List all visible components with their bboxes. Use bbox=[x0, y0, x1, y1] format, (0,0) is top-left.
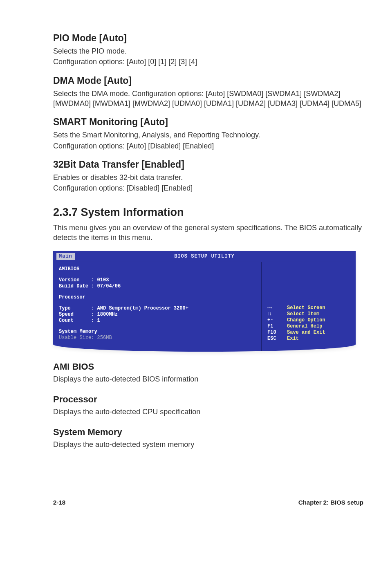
heading-smart-monitoring: SMART Monitoring [Auto] bbox=[53, 116, 363, 128]
bios-tab-main: Main bbox=[56, 253, 75, 260]
heading-32bit-transfer: 32Bit Data Transfer [Enabled] bbox=[53, 158, 363, 171]
text-sysinfo-line1: This menu gives you an overview of the g… bbox=[53, 223, 363, 243]
bios-help-key: +- bbox=[267, 317, 287, 323]
arrow-up-down-icon bbox=[267, 311, 271, 317]
heading-dma-mode: DMA Mode [Auto] bbox=[53, 74, 363, 87]
heading-system-information: 2.3.7 System Information bbox=[53, 205, 363, 220]
text-dma-line1: Selects the DMA mode. Configuration opti… bbox=[53, 89, 363, 109]
page-footer: 2-18 Chapter 2: BIOS setup bbox=[53, 495, 363, 507]
heading-ami-bios: AMI BIOS bbox=[53, 361, 363, 373]
bios-help-action: Exit bbox=[287, 336, 299, 342]
text-transfer-line1: Enables or disables 32-bit data transfer… bbox=[53, 173, 363, 182]
bios-right-panel: Select Screen Select Item +- Change Opti… bbox=[262, 262, 356, 352]
bios-sysmem-label: System Memory bbox=[59, 329, 255, 335]
footer-page-number: 2-18 bbox=[53, 498, 65, 507]
bios-help-action: Change Option bbox=[287, 317, 325, 323]
bios-help-key: F10 bbox=[267, 330, 287, 336]
bios-setup-utility-screenshot: Main BIOS SETUP UTILITY AMIBIOS Version … bbox=[53, 251, 356, 352]
bios-help-action: General Help bbox=[287, 323, 322, 330]
bios-builddate-row: Build Date : 07/04/06 bbox=[59, 283, 255, 290]
bios-count-row: Count : 1 bbox=[59, 318, 255, 324]
bios-help-action: Select Item bbox=[287, 311, 319, 317]
heading-processor: Processor bbox=[53, 393, 363, 406]
bios-header-bar: Main BIOS SETUP UTILITY bbox=[53, 251, 356, 262]
text-pio-line2: Configuration options: [Auto] [0] [1] [2… bbox=[53, 57, 363, 67]
bios-processor-label: Processor bbox=[59, 294, 255, 301]
text-processor-line1: Displays the auto-detected CPU specifica… bbox=[53, 407, 363, 417]
bios-help-action: Select Screen bbox=[287, 305, 325, 311]
arrow-left-right-icon bbox=[267, 305, 271, 311]
text-sysmem-line1: Displays the auto-detected system memory bbox=[53, 440, 363, 449]
bios-help-row: Select Screen bbox=[267, 305, 352, 311]
text-smart-line2: Configuration options: [Auto] [Disabled]… bbox=[53, 141, 363, 151]
text-amibios-line1: Displays the auto-detected BIOS informat… bbox=[53, 374, 363, 384]
bios-help-key bbox=[267, 311, 287, 317]
bios-speed-row: Speed : 1800MHz bbox=[59, 312, 255, 318]
bios-help-row: +- Change Option bbox=[267, 317, 352, 323]
bios-help-key: ESC bbox=[267, 336, 287, 342]
bios-help-row: F10 Save and Exit bbox=[267, 330, 352, 336]
bios-left-panel: AMIBIOS Version : 0103 Build Date : 07/0… bbox=[53, 262, 262, 352]
bios-help-action: Save and Exit bbox=[287, 330, 325, 336]
bios-help-legend: Select Screen Select Item +- Change Opti… bbox=[267, 305, 352, 342]
bios-type-row: Type : AMD Sempron(tm) Processor 3200+ bbox=[59, 305, 255, 312]
bios-help-row: F1 General Help bbox=[267, 323, 352, 330]
footer-chapter-title: Chapter 2: BIOS setup bbox=[298, 498, 363, 507]
bios-usable-row: Usable Size: 256MB bbox=[59, 335, 255, 341]
text-transfer-line2: Configuration options: [Disabled] [Enabl… bbox=[53, 183, 363, 193]
heading-system-memory: System Memory bbox=[53, 426, 363, 438]
bios-version-row: Version : 0103 bbox=[59, 277, 255, 283]
bios-help-row: ESC Exit bbox=[267, 336, 352, 342]
bios-help-key bbox=[267, 305, 287, 311]
bios-header-title: BIOS SETUP UTILITY bbox=[174, 254, 235, 259]
bios-help-key: F1 bbox=[267, 323, 287, 330]
heading-pio-mode: PIO Mode [Auto] bbox=[53, 32, 363, 45]
text-pio-line1: Selects the PIO mode. bbox=[53, 46, 363, 56]
bios-amibios-label: AMIBIOS bbox=[59, 266, 255, 272]
bios-help-row: Select Item bbox=[267, 311, 352, 317]
text-smart-line1: Sets the Smart Monitoring, Analysis, and… bbox=[53, 130, 363, 140]
bios-body: AMIBIOS Version : 0103 Build Date : 07/0… bbox=[53, 262, 356, 352]
